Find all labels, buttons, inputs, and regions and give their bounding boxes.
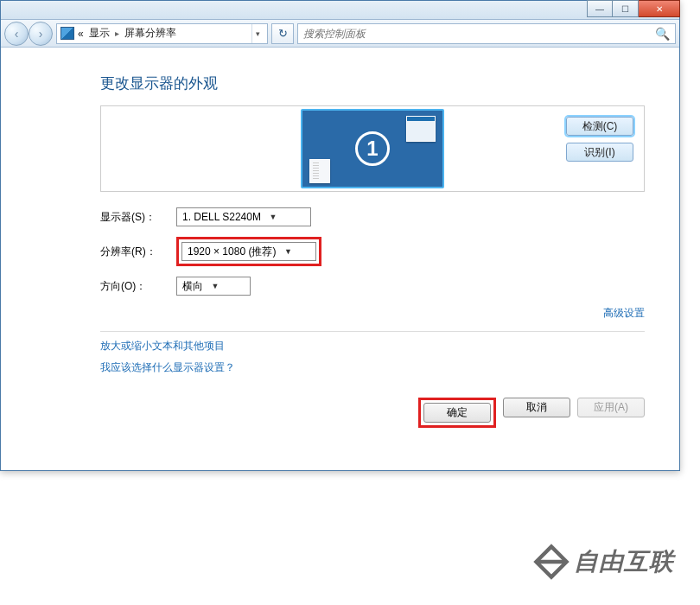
ok-button[interactable]: 确定 [423, 403, 491, 423]
identify-button[interactable]: 识别(I) [566, 143, 633, 162]
chevron-down-icon: ▼ [266, 208, 280, 226]
window-controls: — ☐ ✕ [587, 0, 680, 17]
address-bar[interactable]: « 显示 ▸ 屏幕分辨率 ▾ [56, 23, 268, 44]
detect-button[interactable]: 检测(C) [566, 117, 633, 136]
address-dropdown[interactable]: ▾ [251, 24, 264, 43]
divider [100, 331, 645, 332]
preview-side-buttons: 检测(C) 识别(I) [566, 117, 633, 162]
cancel-button[interactable]: 取消 [503, 398, 570, 417]
breadcrumb-prefix: « [78, 28, 84, 40]
text-size-link[interactable]: 放大或缩小文本和其他项目 [100, 339, 645, 353]
forward-button[interactable]: › [29, 22, 53, 46]
resolution-row: 分辨率(R)： 1920 × 1080 (推荐) ▼ [100, 237, 645, 266]
monitor-number-badge: 1 [355, 131, 390, 166]
refresh-button[interactable]: ↻ [271, 23, 294, 44]
minimize-button[interactable]: — [587, 0, 613, 17]
control-panel-icon [60, 27, 74, 40]
resolution-label: 分辨率(R)： [100, 245, 176, 259]
content-area: 更改显示器的外观 1 检测(C) 识别(I) 显示器(S)： 1. DELL S… [1, 48, 679, 468]
back-button[interactable]: ‹ [4, 22, 29, 46]
monitor-label: 显示器(S)： [100, 210, 176, 225]
monitor-thumbnail[interactable]: 1 [301, 109, 444, 188]
chevron-right-icon: ▸ [115, 29, 119, 38]
footer-buttons: 确定 取消 应用(A) [100, 398, 645, 428]
orientation-value: 横向 [182, 279, 203, 294]
window-icon [309, 159, 330, 183]
monitor-value: 1. DELL S2240M [182, 211, 261, 223]
monitor-row: 显示器(S)： 1. DELL S2240M ▼ [100, 207, 645, 226]
search-icon[interactable]: 🔍 [655, 27, 670, 41]
advanced-settings-link[interactable]: 高级设置 [100, 306, 645, 321]
page-title: 更改显示器的外观 [100, 73, 645, 93]
orientation-dropdown[interactable]: 横向 ▼ [176, 277, 251, 296]
control-panel-window: — ☐ ✕ ‹ › « 显示 ▸ 屏幕分辨率 ▾ ↻ 🔍 更改显示器的外观 [0, 0, 680, 471]
chevron-down-icon: ▼ [208, 277, 222, 295]
monitor-dropdown[interactable]: 1. DELL S2240M ▼ [176, 207, 311, 226]
apply-button[interactable]: 应用(A) [577, 398, 645, 417]
titlebar: — ☐ ✕ [1, 1, 679, 20]
search-input[interactable] [303, 28, 655, 40]
breadcrumb: « 显示 ▸ 屏幕分辨率 [78, 26, 248, 41]
resolution-value: 1920 × 1080 (推荐) [188, 245, 276, 259]
maximize-button[interactable]: ☐ [613, 0, 639, 17]
resolution-dropdown[interactable]: 1920 × 1080 (推荐) ▼ [181, 242, 316, 261]
resolution-highlight: 1920 × 1080 (推荐) ▼ [176, 237, 321, 266]
chevron-down-icon: ▼ [281, 243, 295, 260]
display-preview: 1 检测(C) 识别(I) [100, 105, 645, 192]
breadcrumb-item[interactable]: 屏幕分辨率 [124, 26, 176, 41]
watermark-logo-icon [532, 543, 570, 581]
watermark: 自由互联 [532, 543, 674, 581]
nav-buttons: ‹ › [4, 22, 53, 46]
window-icon [406, 116, 436, 142]
breadcrumb-item[interactable]: 显示 [89, 26, 110, 41]
navigation-bar: ‹ › « 显示 ▸ 屏幕分辨率 ▾ ↻ 🔍 [1, 20, 679, 48]
help-link[interactable]: 我应该选择什么显示器设置？ [100, 360, 645, 375]
watermark-text: 自由互联 [574, 545, 674, 578]
ok-highlight: 确定 [418, 398, 496, 428]
close-button[interactable]: ✕ [639, 0, 680, 17]
orientation-label: 方向(O)： [100, 279, 176, 294]
search-bar[interactable]: 🔍 [297, 23, 676, 44]
orientation-row: 方向(O)： 横向 ▼ [100, 277, 645, 296]
